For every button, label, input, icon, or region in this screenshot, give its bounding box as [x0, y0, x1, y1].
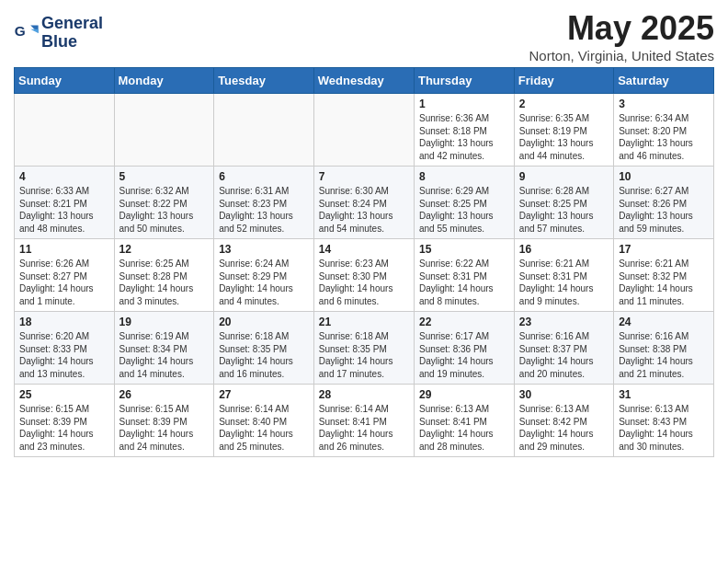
- calendar-cell: 22Sunrise: 6:17 AMSunset: 8:36 PMDayligh…: [414, 312, 514, 385]
- day-detail: Sunrise: 6:21 AMSunset: 8:31 PMDaylight:…: [519, 258, 609, 307]
- day-number: 22: [419, 316, 509, 328]
- calendar-week-row: 11Sunrise: 6:26 AMSunset: 8:27 PMDayligh…: [15, 239, 714, 312]
- day-detail: Sunrise: 6:25 AMSunset: 8:28 PMDaylight:…: [119, 258, 210, 307]
- day-detail: Sunrise: 6:36 AMSunset: 8:18 PMDaylight:…: [419, 112, 509, 162]
- day-number: 21: [319, 316, 409, 328]
- day-number: 17: [619, 243, 709, 256]
- calendar-week-row: 4Sunrise: 6:33 AMSunset: 8:21 PMDaylight…: [15, 167, 714, 239]
- page-header: G General Blue May 2025 Norton, Virginia…: [14, 9, 714, 63]
- calendar-cell: [15, 94, 115, 167]
- day-number: 11: [19, 243, 109, 256]
- day-number: 28: [319, 388, 409, 401]
- day-detail: Sunrise: 6:16 AMSunset: 8:38 PMDaylight:…: [619, 330, 709, 380]
- calendar-cell: 27Sunrise: 6:14 AMSunset: 8:40 PMDayligh…: [214, 385, 314, 457]
- calendar-cell: 7Sunrise: 6:30 AMSunset: 8:24 PMDaylight…: [313, 167, 414, 239]
- day-detail: Sunrise: 6:27 AMSunset: 8:26 PMDaylight:…: [619, 185, 709, 235]
- weekday-header-wednesday: Wednesday: [313, 68, 414, 94]
- day-detail: Sunrise: 6:15 AMSunset: 8:39 PMDaylight:…: [19, 403, 109, 453]
- day-number: 24: [619, 316, 709, 328]
- calendar-cell: 28Sunrise: 6:14 AMSunset: 8:41 PMDayligh…: [313, 385, 414, 457]
- calendar-cell: 15Sunrise: 6:22 AMSunset: 8:31 PMDayligh…: [414, 239, 514, 312]
- calendar-cell: 26Sunrise: 6:15 AMSunset: 8:39 PMDayligh…: [114, 385, 214, 457]
- calendar-cell: 16Sunrise: 6:21 AMSunset: 8:31 PMDayligh…: [514, 239, 613, 312]
- calendar-cell: [214, 94, 314, 167]
- day-number: 2: [519, 98, 609, 110]
- day-detail: Sunrise: 6:34 AMSunset: 8:20 PMDaylight:…: [619, 112, 709, 162]
- calendar-cell: 23Sunrise: 6:16 AMSunset: 8:37 PMDayligh…: [514, 312, 613, 385]
- calendar-cell: 13Sunrise: 6:24 AMSunset: 8:29 PMDayligh…: [214, 239, 314, 312]
- calendar-cell: 17Sunrise: 6:21 AMSunset: 8:32 PMDayligh…: [614, 239, 714, 312]
- calendar-cell: 30Sunrise: 6:13 AMSunset: 8:42 PMDayligh…: [514, 385, 613, 457]
- day-number: 31: [619, 388, 709, 401]
- calendar-cell: [114, 94, 214, 167]
- calendar-cell: 20Sunrise: 6:18 AMSunset: 8:35 PMDayligh…: [214, 312, 314, 385]
- calendar-cell: 18Sunrise: 6:20 AMSunset: 8:33 PMDayligh…: [15, 312, 115, 385]
- day-detail: Sunrise: 6:33 AMSunset: 8:21 PMDaylight:…: [19, 185, 109, 235]
- calendar-week-row: 18Sunrise: 6:20 AMSunset: 8:33 PMDayligh…: [15, 312, 714, 385]
- day-number: 26: [119, 388, 210, 401]
- calendar-cell: 10Sunrise: 6:27 AMSunset: 8:26 PMDayligh…: [614, 167, 714, 239]
- day-detail: Sunrise: 6:16 AMSunset: 8:37 PMDaylight:…: [519, 330, 609, 380]
- day-number: 27: [219, 388, 309, 401]
- day-detail: Sunrise: 6:13 AMSunset: 8:41 PMDaylight:…: [419, 403, 509, 453]
- calendar-cell: 14Sunrise: 6:23 AMSunset: 8:30 PMDayligh…: [313, 239, 414, 312]
- day-number: 4: [19, 170, 109, 183]
- day-number: 13: [219, 243, 309, 256]
- day-number: 18: [19, 316, 109, 328]
- weekday-header-sunday: Sunday: [15, 68, 115, 94]
- day-number: 15: [419, 243, 509, 256]
- calendar-cell: 6Sunrise: 6:31 AMSunset: 8:23 PMDaylight…: [214, 167, 314, 239]
- day-detail: Sunrise: 6:21 AMSunset: 8:32 PMDaylight:…: [619, 258, 709, 307]
- day-detail: Sunrise: 6:15 AMSunset: 8:39 PMDaylight:…: [119, 403, 210, 453]
- calendar-cell: 19Sunrise: 6:19 AMSunset: 8:34 PMDayligh…: [114, 312, 214, 385]
- svg-text:G: G: [15, 23, 26, 39]
- calendar-cell: 1Sunrise: 6:36 AMSunset: 8:18 PMDaylight…: [414, 94, 514, 167]
- logo-line2: Blue: [41, 33, 103, 52]
- day-number: 29: [419, 388, 509, 401]
- month-title: May 2025: [529, 9, 715, 48]
- day-number: 5: [119, 170, 210, 183]
- calendar-cell: 2Sunrise: 6:35 AMSunset: 8:19 PMDaylight…: [514, 94, 613, 167]
- day-number: 10: [619, 170, 709, 183]
- day-number: 16: [519, 243, 609, 256]
- calendar-cell: 8Sunrise: 6:29 AMSunset: 8:25 PMDaylight…: [414, 167, 514, 239]
- day-number: 3: [619, 98, 709, 110]
- day-number: 6: [219, 170, 309, 183]
- calendar-cell: 12Sunrise: 6:25 AMSunset: 8:28 PMDayligh…: [114, 239, 214, 312]
- day-detail: Sunrise: 6:14 AMSunset: 8:40 PMDaylight:…: [219, 403, 309, 453]
- calendar-cell: 3Sunrise: 6:34 AMSunset: 8:20 PMDaylight…: [614, 94, 714, 167]
- day-detail: Sunrise: 6:17 AMSunset: 8:36 PMDaylight:…: [419, 330, 509, 380]
- day-detail: Sunrise: 6:35 AMSunset: 8:19 PMDaylight:…: [519, 112, 609, 162]
- calendar-cell: 4Sunrise: 6:33 AMSunset: 8:21 PMDaylight…: [15, 167, 115, 239]
- calendar-cell: 9Sunrise: 6:28 AMSunset: 8:25 PMDaylight…: [514, 167, 613, 239]
- day-detail: Sunrise: 6:18 AMSunset: 8:35 PMDaylight:…: [219, 330, 309, 380]
- calendar-cell: 25Sunrise: 6:15 AMSunset: 8:39 PMDayligh…: [15, 385, 115, 457]
- day-detail: Sunrise: 6:29 AMSunset: 8:25 PMDaylight:…: [419, 185, 509, 235]
- calendar-cell: 21Sunrise: 6:18 AMSunset: 8:35 PMDayligh…: [313, 312, 414, 385]
- day-number: 30: [519, 388, 609, 401]
- logo: G General Blue: [14, 15, 103, 52]
- day-detail: Sunrise: 6:18 AMSunset: 8:35 PMDaylight:…: [319, 330, 409, 380]
- day-number: 23: [519, 316, 609, 328]
- day-detail: Sunrise: 6:31 AMSunset: 8:23 PMDaylight:…: [219, 185, 309, 235]
- day-detail: Sunrise: 6:14 AMSunset: 8:41 PMDaylight:…: [319, 403, 409, 453]
- day-detail: Sunrise: 6:13 AMSunset: 8:42 PMDaylight:…: [519, 403, 609, 453]
- logo-text: General Blue: [41, 15, 103, 52]
- day-detail: Sunrise: 6:30 AMSunset: 8:24 PMDaylight:…: [319, 185, 409, 235]
- weekday-header-tuesday: Tuesday: [214, 68, 314, 94]
- day-number: 7: [319, 170, 409, 183]
- weekday-header-row: SundayMondayTuesdayWednesdayThursdayFrid…: [15, 68, 714, 94]
- logo-line1: General: [41, 15, 103, 33]
- weekday-header-saturday: Saturday: [614, 68, 714, 94]
- day-number: 19: [119, 316, 210, 328]
- calendar-table: SundayMondayTuesdayWednesdayThursdayFrid…: [14, 67, 714, 457]
- day-detail: Sunrise: 6:13 AMSunset: 8:43 PMDaylight:…: [619, 403, 709, 453]
- day-number: 25: [19, 388, 109, 401]
- day-detail: Sunrise: 6:32 AMSunset: 8:22 PMDaylight:…: [119, 185, 210, 235]
- calendar-cell: 24Sunrise: 6:16 AMSunset: 8:38 PMDayligh…: [614, 312, 714, 385]
- logo-icon: G: [14, 20, 40, 46]
- calendar-cell: 29Sunrise: 6:13 AMSunset: 8:41 PMDayligh…: [414, 385, 514, 457]
- day-number: 9: [519, 170, 609, 183]
- day-number: 1: [419, 98, 509, 110]
- day-detail: Sunrise: 6:20 AMSunset: 8:33 PMDaylight:…: [19, 330, 109, 380]
